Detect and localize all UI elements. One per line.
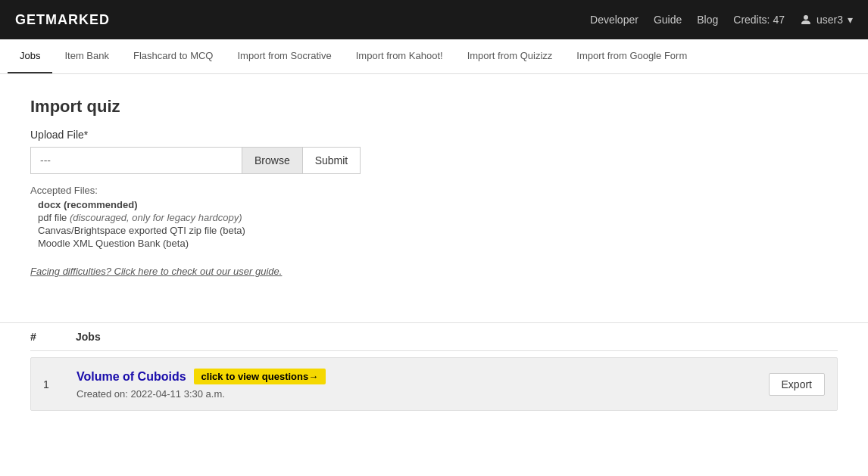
page-title: Import quiz: [30, 97, 838, 117]
tab-item-bank[interactable]: Item Bank: [52, 39, 121, 73]
blog-link[interactable]: Blog: [697, 14, 718, 26]
user-label: user3: [816, 14, 843, 26]
file-input[interactable]: [30, 147, 242, 174]
browse-button[interactable]: Browse: [242, 147, 303, 174]
guide-link[interactable]: Guide: [654, 14, 682, 26]
logo[interactable]: GETMARKED: [15, 12, 110, 28]
developer-link[interactable]: Developer: [590, 14, 639, 26]
col-jobs-header: Jobs: [76, 331, 838, 343]
accepted-files-list: docx (recommended) pdf file (discouraged…: [38, 199, 838, 249]
job-created-date: Created on: 2022-04-11 3:30 a.m.: [76, 388, 225, 400]
main-content: Import quiz Upload File* Browse Submit A…: [0, 74, 868, 300]
tab-socrative[interactable]: Import from Socrative: [225, 39, 343, 73]
file-type-qti: Canvas/Brightspace exported QTI zip file…: [38, 225, 838, 236]
jobs-table-header: # Jobs: [30, 323, 838, 351]
user-icon: [800, 14, 812, 26]
submit-button[interactable]: Submit: [303, 147, 361, 174]
help-link[interactable]: Facing difficulties? Click here to check…: [30, 266, 282, 277]
tab-flashcard[interactable]: Flashcard to MCQ: [121, 39, 225, 73]
file-type-moodle: Moodle XML Question Bank (beta): [38, 238, 838, 249]
job-title-row: Volume of Cuboids click to view question…: [76, 369, 769, 384]
table-row: 1 Volume of Cuboids click to view questi…: [30, 357, 838, 411]
upload-row: Browse Submit: [30, 147, 838, 174]
header: GETMARKED Developer Guide Blog Credits: …: [0, 0, 868, 39]
col-num-header: #: [30, 331, 76, 343]
tabs-nav: Jobs Item Bank Flashcard to MCQ Import f…: [0, 39, 868, 74]
upload-label: Upload File*: [30, 129, 838, 141]
job-number: 1: [43, 378, 76, 390]
job-title-link[interactable]: Volume of Cuboids: [76, 370, 186, 384]
file-type-docx: docx (recommended): [38, 199, 838, 210]
user-menu[interactable]: user3 ▾: [800, 14, 853, 26]
file-type-pdf: pdf file (discouraged, only for legacy h…: [38, 212, 838, 223]
tab-quizizz[interactable]: Import from Quizizz: [455, 39, 565, 73]
header-nav: Developer Guide Blog Credits: 47 user3 ▾: [590, 14, 853, 26]
job-details: Volume of Cuboids click to view question…: [76, 369, 769, 400]
tab-jobs[interactable]: Jobs: [8, 39, 52, 73]
accepted-files-label: Accepted Files:: [30, 185, 838, 196]
tab-kahoot[interactable]: Import from Kahoot!: [344, 39, 455, 73]
credits-badge: Credits: 47: [733, 14, 785, 26]
jobs-section: # Jobs 1 Volume of Cuboids click to view…: [0, 323, 868, 411]
tab-google-form[interactable]: Import from Google Form: [564, 39, 699, 73]
export-button[interactable]: Export: [769, 373, 825, 396]
user-dropdown-icon: ▾: [848, 14, 853, 26]
click-to-view-button[interactable]: click to view questions→: [194, 369, 326, 384]
